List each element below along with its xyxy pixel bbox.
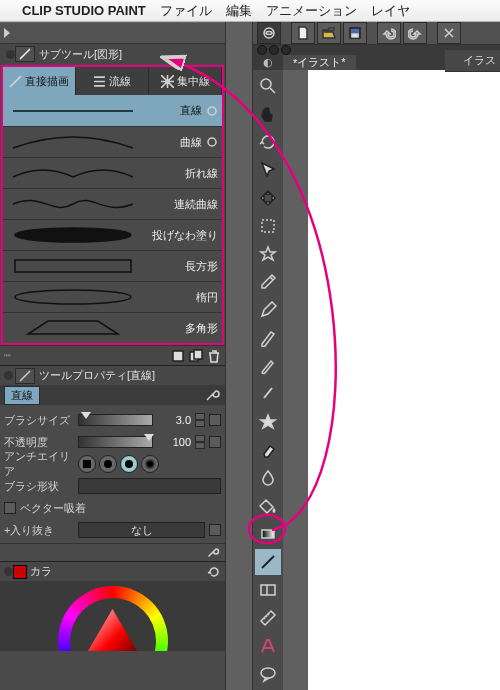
color-panel-header: カラ [0, 561, 225, 581]
pencil-tool[interactable] [255, 325, 281, 351]
figure-tool[interactable] [255, 549, 281, 575]
rotate-tool[interactable] [255, 129, 281, 155]
refresh-icon[interactable] [207, 565, 221, 579]
aa-strong[interactable] [141, 455, 159, 473]
app-name[interactable]: CLIP STUDIO PAINT [22, 3, 146, 18]
gradient-tool[interactable] [255, 521, 281, 547]
frame-tool[interactable] [255, 577, 281, 603]
svg-rect-6 [173, 351, 183, 361]
tab-direct-draw[interactable]: 直接描画 [3, 67, 76, 95]
vector-snap-checkbox[interactable] [4, 502, 16, 514]
operation-tool[interactable] [255, 157, 281, 183]
aa-mid[interactable] [120, 455, 138, 473]
subtool-rectangle[interactable]: 長方形 [3, 250, 222, 281]
brush-shape-dropdown[interactable] [78, 478, 221, 494]
menu-file[interactable]: ファイル [160, 2, 212, 20]
color-swatch-icon[interactable] [13, 565, 27, 579]
svg-point-5 [15, 290, 131, 304]
brush-shape-label: ブラシ形状 [4, 479, 74, 494]
menu-layer[interactable]: レイヤ [371, 2, 410, 20]
delete-button[interactable] [437, 22, 461, 44]
zoom-tool[interactable] [255, 73, 281, 99]
panel-menu-icon[interactable] [6, 50, 15, 59]
restore-window-icon[interactable] [281, 45, 291, 55]
duplicate-subtool-icon[interactable] [189, 349, 203, 363]
airbrush-tool[interactable] [255, 381, 281, 407]
open-file-button[interactable] [317, 22, 341, 44]
subtool-continuous-curve[interactable]: 連続曲線 [3, 188, 222, 219]
canvas-gutter [283, 70, 308, 690]
opacity-value[interactable]: 100 [157, 436, 191, 448]
svg-rect-8 [194, 350, 202, 359]
tab-stream-lines[interactable]: 流線 [76, 67, 149, 95]
inout-dropdown[interactable]: なし [78, 522, 205, 538]
subtool-polygon[interactable]: 多角形 [3, 312, 222, 343]
handle-icon[interactable]: ┉ [4, 349, 11, 362]
svg-line-15 [262, 556, 274, 568]
selection-tool[interactable] [255, 213, 281, 239]
brush-size-dynamics[interactable] [209, 414, 221, 426]
subtool-polyline[interactable]: 折れ線 [3, 157, 222, 188]
close-window-icon[interactable] [257, 45, 267, 55]
balloon-tool[interactable] [255, 661, 281, 687]
brush-size-stepper[interactable] [195, 413, 205, 427]
pen-tool[interactable] [255, 297, 281, 323]
auto-select-tool[interactable] [255, 241, 281, 267]
brush-size-label: ブラシサイズ [4, 413, 74, 428]
save-button[interactable] [343, 22, 367, 44]
brush-size-value[interactable]: 3.0 [157, 414, 191, 426]
aa-none[interactable] [78, 455, 96, 473]
layer-move-tool[interactable] [255, 185, 281, 211]
brush-tool[interactable] [255, 353, 281, 379]
menu-animation[interactable]: アニメーション [266, 2, 357, 20]
subtool-line[interactable]: 直線 [3, 95, 222, 126]
document-tab[interactable]: *イラスト* [283, 55, 356, 70]
minimize-window-icon[interactable] [269, 45, 279, 55]
opacity-stepper[interactable] [195, 435, 205, 449]
panel-tag[interactable]: イラス [445, 50, 500, 72]
ruler-tool[interactable] [255, 605, 281, 631]
inout-dynamics[interactable] [209, 524, 221, 536]
redo-button[interactable] [403, 22, 427, 44]
clip-studio-button[interactable] [257, 22, 281, 44]
document-tab-bar: イラス [253, 45, 500, 55]
wrench-icon[interactable] [207, 544, 221, 558]
subtool-lasso-fill[interactable]: 投げなわ塗り [3, 219, 222, 250]
vector-snap-label: ベクター吸着 [20, 501, 86, 516]
undo-button[interactable] [377, 22, 401, 44]
text-tool[interactable] [255, 633, 281, 659]
wrench-icon[interactable] [205, 388, 221, 402]
svg-rect-13 [262, 220, 274, 232]
opacity-slider[interactable] [78, 436, 153, 448]
menu-edit[interactable]: 編集 [226, 2, 252, 20]
color-panel-title: カラ [30, 564, 52, 579]
brush-size-slider[interactable] [78, 414, 153, 426]
canvas-menu-icon[interactable]: ◐ [253, 55, 283, 70]
toolprop-name-bar: 直線 [0, 385, 225, 405]
fill-tool[interactable] [255, 493, 281, 519]
tool-properties: ブラシサイズ 3.0 不透明度 100 アンチエイリア [0, 405, 225, 543]
color-wheel[interactable] [0, 581, 225, 651]
new-subtool-icon[interactable] [171, 349, 185, 363]
panel-gutter[interactable] [225, 22, 253, 690]
panel-menu-icon[interactable] [4, 567, 13, 576]
new-file-button[interactable] [291, 22, 315, 44]
move-tool[interactable] [255, 101, 281, 127]
blend-tool[interactable] [255, 465, 281, 491]
gear-icon[interactable] [206, 136, 218, 148]
eyedropper-tool[interactable] [255, 269, 281, 295]
subtool-ellipse[interactable]: 楕円 [3, 281, 222, 312]
trash-icon[interactable] [207, 349, 221, 363]
svg-point-2 [208, 138, 216, 146]
tab-focus-lines[interactable]: 集中線 [149, 67, 222, 95]
decoration-tool[interactable] [255, 409, 281, 435]
canvas[interactable] [308, 70, 500, 690]
opacity-dynamics[interactable] [209, 436, 221, 448]
aa-weak[interactable] [99, 455, 117, 473]
svg-point-1 [208, 107, 216, 115]
eraser-tool[interactable] [255, 437, 281, 463]
gear-icon[interactable] [206, 105, 218, 117]
subtool-curve[interactable]: 曲線 [3, 126, 222, 157]
expand-icon[interactable] [4, 28, 10, 38]
panel-menu-icon[interactable] [4, 371, 13, 380]
